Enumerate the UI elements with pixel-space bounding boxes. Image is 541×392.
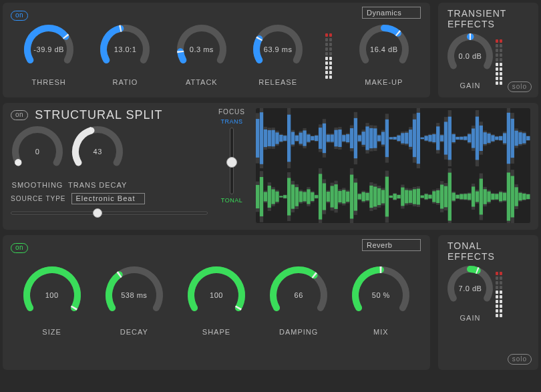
focus-slider[interactable] — [230, 128, 234, 194]
svg-rect-67 — [385, 114, 389, 162]
knob-gain[interactable]: 7.0 dB — [446, 264, 494, 313]
knob-gain[interactable]: 0.0 dB — [446, 32, 494, 80]
knob-make-up[interactable]: 16.4 dB — [358, 23, 410, 75]
svg-rect-217 — [405, 188, 408, 206]
tonal-solo-button[interactable]: solo — [508, 354, 532, 365]
tonal-on-toggle[interactable]: on — [11, 243, 28, 253]
knob-col-trans-decay: 43TRANS DECAY — [68, 125, 127, 189]
svg-rect-117 — [484, 131, 487, 146]
knob-label: ATTACK — [186, 78, 218, 86]
transient-on-toggle[interactable]: on — [11, 11, 28, 21]
svg-rect-155 — [283, 195, 287, 199]
svg-rect-105 — [460, 136, 463, 140]
source-slider[interactable] — [11, 208, 208, 218]
svg-rect-187 — [346, 190, 349, 204]
svg-rect-249 — [468, 192, 471, 200]
svg-rect-131 — [511, 113, 514, 164]
knob-col-ratio: 13.0:1RATIO — [99, 23, 151, 86]
svg-rect-209 — [389, 195, 393, 198]
svg-rect-219 — [409, 188, 412, 204]
knob-label: RELEASE — [258, 78, 297, 86]
svg-rect-9 — [271, 128, 275, 149]
svg-rect-149 — [271, 187, 275, 206]
svg-rect-277 — [522, 193, 526, 201]
svg-rect-203 — [377, 186, 381, 208]
transient-preset-select[interactable]: Dynamics — [362, 7, 421, 19]
svg-rect-7 — [268, 128, 271, 148]
knob-mix[interactable]: 50 % — [351, 265, 411, 325]
tonal-preset-select[interactable]: Reverb — [362, 239, 421, 251]
svg-rect-221 — [413, 187, 416, 206]
svg-rect-259 — [487, 190, 490, 203]
source-type-select[interactable]: Electronic Beat — [71, 193, 146, 204]
svg-rect-267 — [503, 192, 506, 202]
svg-rect-197 — [365, 192, 369, 202]
svg-rect-185 — [342, 188, 345, 205]
knob-thresh[interactable]: -39.9 dB — [23, 23, 75, 75]
svg-rect-215 — [401, 184, 404, 208]
svg-rect-151 — [275, 190, 279, 203]
knob-label: TRANS DECAY — [68, 181, 127, 189]
svg-rect-147 — [268, 182, 271, 211]
svg-rect-141 — [256, 182, 259, 212]
svg-rect-71 — [393, 136, 397, 140]
svg-rect-161 — [295, 184, 299, 209]
knob-attack[interactable]: 0.3 ms — [176, 23, 228, 75]
svg-rect-191 — [354, 178, 357, 215]
knob-decay[interactable]: 538 ms — [104, 265, 164, 325]
tonal-effects-title: TONAL EFFECTS — [447, 240, 530, 262]
svg-rect-225 — [421, 195, 424, 198]
svg-rect-15 — [283, 135, 287, 142]
svg-rect-17 — [287, 108, 291, 168]
knob-label: RATIO — [113, 78, 138, 86]
svg-rect-5 — [264, 127, 267, 150]
knob-col-damping: 66DAMPING — [268, 265, 329, 336]
tonal-gain-label: GAIN — [460, 314, 481, 322]
svg-rect-231 — [432, 190, 435, 204]
transient-solo-button[interactable]: solo — [508, 81, 532, 92]
svg-rect-83 — [417, 108, 420, 168]
svg-rect-35 — [323, 119, 326, 158]
focus-tonal-label: TONAL — [221, 197, 242, 204]
transient-effects-side-panel: TRANSIENT EFFECTS 0.0 dB GAIN solo — [438, 3, 538, 97]
svg-rect-173 — [319, 168, 322, 223]
knob-label: DECAY — [120, 328, 148, 336]
svg-rect-43 — [338, 127, 341, 150]
structural-split-panel: on STRUCTURAL SPLIT 0SMOOTHING 43TRANS D… — [3, 103, 538, 230]
knob-label: THRESH — [32, 78, 66, 86]
svg-rect-167 — [307, 187, 310, 206]
knob-col-decay: 538 msDECAY — [104, 265, 164, 336]
focus-label: FOCUS — [218, 108, 245, 116]
svg-rect-247 — [464, 193, 467, 200]
knob-shape[interactable]: 100 — [186, 265, 246, 325]
svg-rect-271 — [511, 170, 514, 223]
knob-ratio[interactable]: 13.0:1 — [99, 23, 151, 75]
svg-rect-65 — [381, 130, 385, 147]
knob-label: SHAPE — [202, 328, 230, 336]
knob-col-thresh: -39.9 dBTHRESH — [23, 23, 75, 86]
svg-rect-263 — [495, 193, 498, 200]
svg-rect-73 — [397, 135, 400, 142]
svg-rect-39 — [331, 134, 334, 143]
knob-release[interactable]: 63.9 ms — [252, 23, 304, 75]
knob-label: SIZE — [42, 328, 61, 336]
svg-rect-169 — [311, 191, 314, 202]
knob-col-attack: 0.3 msATTACK — [176, 23, 228, 86]
svg-rect-77 — [405, 131, 408, 145]
svg-rect-193 — [358, 193, 361, 200]
svg-rect-213 — [397, 194, 400, 199]
svg-rect-157 — [287, 172, 291, 221]
svg-rect-279 — [526, 194, 530, 200]
knob-smoothing[interactable]: 0 — [11, 125, 64, 178]
structural-on-toggle[interactable]: on — [11, 110, 28, 120]
knob-size[interactable]: 100 — [22, 265, 82, 325]
svg-rect-99 — [448, 110, 452, 166]
knob-trans-decay[interactable]: 43 — [71, 125, 124, 178]
knob-damping[interactable]: 66 — [268, 265, 329, 325]
structural-split-title: STRUCTURAL SPLIT — [35, 108, 162, 122]
svg-rect-69 — [389, 137, 393, 140]
svg-rect-119 — [487, 132, 490, 144]
svg-rect-207 — [385, 171, 389, 223]
svg-rect-239 — [448, 168, 452, 223]
svg-rect-89 — [428, 134, 431, 143]
